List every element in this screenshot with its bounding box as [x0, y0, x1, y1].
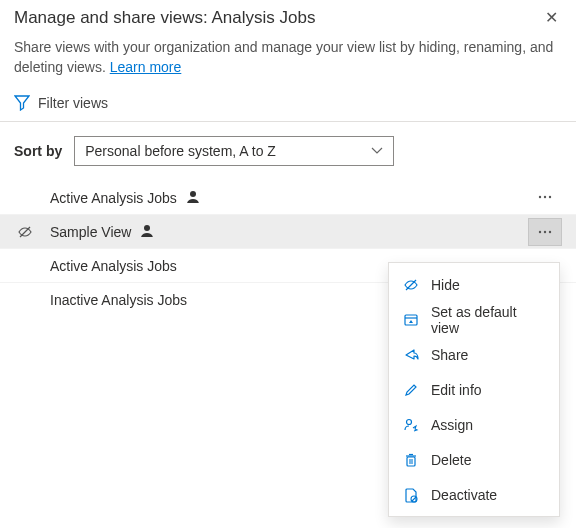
chevron-down-icon	[371, 147, 383, 155]
menu-item-label: Edit info	[431, 382, 482, 398]
menu-item-label: Assign	[431, 417, 473, 433]
menu-item-label: Set as default view	[431, 304, 545, 336]
sort-value: Personal before system, A to Z	[85, 143, 276, 159]
close-icon[interactable]: ✕	[541, 8, 562, 27]
view-name: Sample View	[50, 223, 528, 240]
more-actions-button[interactable]	[528, 218, 562, 246]
dialog-description: Share views with your organization and m…	[0, 28, 576, 77]
filter-icon	[14, 95, 30, 111]
menu-item-default[interactable]: Set as default view	[389, 302, 559, 337]
more-icon	[537, 224, 553, 240]
more-actions-button[interactable]	[528, 183, 562, 211]
person-icon	[185, 190, 199, 206]
description-text: Share views with your organization and m…	[14, 39, 553, 75]
menu-item-label: Share	[431, 347, 468, 363]
view-row[interactable]: Active Analysis Jobs	[0, 180, 576, 214]
menu-item-hide[interactable]: Hide	[389, 267, 559, 302]
view-row[interactable]: Sample View	[0, 214, 576, 248]
view-name: Active Analysis Jobs	[50, 189, 528, 206]
person-icon	[139, 224, 153, 240]
sort-select[interactable]: Personal before system, A to Z	[74, 136, 394, 166]
menu-item-edit[interactable]: Edit info	[389, 372, 559, 407]
hide-icon	[403, 277, 419, 293]
menu-item-label: Hide	[431, 277, 460, 293]
deactivate-icon	[403, 487, 419, 503]
share-icon	[403, 347, 419, 363]
delete-icon	[403, 452, 419, 468]
assign-icon	[403, 417, 419, 433]
dialog-title: Manage and share views: Analysis Jobs	[14, 8, 541, 28]
context-menu: HideSet as default viewShareEdit infoAss…	[388, 262, 560, 517]
menu-item-delete[interactable]: Delete	[389, 442, 559, 477]
default-icon	[403, 312, 419, 328]
hidden-icon	[17, 224, 33, 240]
menu-item-assign[interactable]: Assign	[389, 407, 559, 442]
menu-item-label: Delete	[431, 452, 471, 468]
learn-more-link[interactable]: Learn more	[110, 59, 182, 75]
menu-item-label: Deactivate	[431, 487, 497, 503]
filter-views-button[interactable]: Filter views	[0, 77, 576, 122]
filter-label: Filter views	[38, 95, 108, 111]
sort-by-label: Sort by	[14, 143, 62, 159]
more-icon	[537, 189, 553, 205]
menu-item-deactivate[interactable]: Deactivate	[389, 477, 559, 512]
menu-item-share[interactable]: Share	[389, 337, 559, 372]
edit-icon	[403, 382, 419, 398]
